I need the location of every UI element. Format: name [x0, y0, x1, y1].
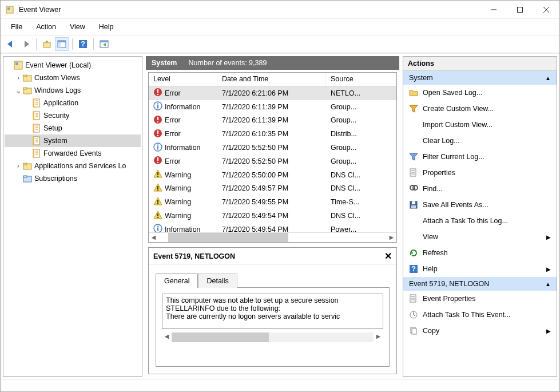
grid-hscroll[interactable]: ◄ ►	[149, 232, 396, 242]
actions-section-system[interactable]: System▲	[403, 71, 557, 85]
tree-label: Windows Logs	[34, 86, 81, 94]
chevron-right-icon[interactable]: ›	[14, 162, 23, 170]
event-row[interactable]: Error7/1/2020 6:11:39 PMGroup...	[149, 114, 396, 128]
scroll-thumb[interactable]	[168, 233, 288, 242]
svg-rect-41	[33, 149, 34, 157]
event-row[interactable]: Warning7/1/2020 5:49:54 PMDNS Cl...	[149, 209, 396, 223]
none-icon	[409, 136, 418, 145]
tree-app-services[interactable]: ›Applications and Services Lo	[5, 160, 141, 172]
event-row[interactable]: Information7/1/2020 6:11:39 PMGroup...	[149, 100, 396, 114]
svg-rect-97	[412, 328, 416, 334]
warning-icon	[153, 197, 162, 208]
action-import-custom-view[interactable]: Import Custom View...	[403, 117, 557, 133]
event-row[interactable]: Information7/1/2020 5:52:50 PMGroup...	[149, 141, 396, 155]
event-row[interactable]: Warning7/1/2020 5:49:55 PMTime-S...	[149, 195, 396, 209]
action-save-all-events-as[interactable]: Save All Events As...	[403, 197, 557, 213]
action-create-custom-view[interactable]: Create Custom View...	[403, 101, 557, 117]
log-icon	[32, 149, 41, 158]
action-refresh[interactable]: Refresh	[403, 245, 557, 261]
action-label: Refresh	[423, 249, 551, 257]
event-row[interactable]: Error7/1/2020 6:10:35 PMDistrib...	[149, 127, 396, 141]
svg-rect-85	[412, 201, 415, 204]
action-filter-current-log[interactable]: Filter Current Log...	[403, 149, 557, 165]
help-button[interactable]: ?	[76, 37, 90, 51]
action-event-properties[interactable]: Event Properties	[403, 291, 557, 307]
event-row[interactable]: Information7/1/2020 5:49:54 PMPower...	[149, 223, 396, 232]
action-label: Find...	[423, 185, 551, 193]
action-help[interactable]: ?Help▶	[403, 261, 557, 277]
col-source[interactable]: Source	[326, 73, 396, 86]
action-view[interactable]: View▶	[403, 229, 557, 245]
minimize-button[interactable]	[480, 1, 507, 18]
action-open-saved-log[interactable]: Open Saved Log...	[403, 85, 557, 101]
log-icon	[32, 124, 41, 133]
error-icon	[153, 88, 162, 98]
grid-body[interactable]: Error7/1/2020 6:21:06 PMNETLO...Informat…	[149, 86, 396, 232]
menu-help[interactable]: Help	[93, 21, 120, 33]
tree-root[interactable]: Event Viewer (Local)	[5, 59, 141, 72]
action-attach-a-task-to-this-log[interactable]: Attach a Task To this Log...	[403, 213, 557, 229]
menu-view[interactable]: View	[64, 21, 91, 33]
menu-file[interactable]: File	[5, 21, 28, 33]
up-button[interactable]	[40, 37, 54, 51]
tree-application[interactable]: Application	[5, 97, 141, 109]
detail-hscroll[interactable]: ◄ ►	[162, 332, 383, 342]
tree-windows-logs[interactable]: ⌄Windows Logs	[5, 84, 141, 97]
action-attach-task-to-this-event[interactable]: Attach Task To This Event...	[403, 307, 557, 323]
action-label: Open Saved Log...	[423, 89, 551, 97]
titlebar: Event Viewer	[1, 1, 559, 19]
tree-label: System	[43, 137, 67, 145]
chevron-up-icon: ▲	[545, 281, 551, 287]
properties-icon	[409, 294, 418, 303]
tree-setup[interactable]: Setup	[5, 122, 141, 134]
close-button[interactable]	[533, 1, 559, 18]
forward-button[interactable]	[19, 37, 33, 51]
col-date[interactable]: Date and Time	[217, 73, 326, 86]
scroll-right-icon[interactable]: ►	[387, 233, 396, 243]
scroll-right-icon[interactable]: ►	[374, 332, 383, 342]
event-row[interactable]: Warning7/1/2020 5:50:00 PMDNS Cl...	[149, 168, 396, 182]
event-row[interactable]: Error7/1/2020 5:52:50 PMGroup...	[149, 155, 396, 168]
detail-close-icon[interactable]: ✕	[384, 251, 392, 262]
maximize-button[interactable]	[507, 1, 533, 18]
event-row[interactable]: Error7/1/2020 6:21:06 PMNETLO...	[149, 86, 396, 100]
action-label: Create Custom View...	[423, 105, 551, 113]
tree-system[interactable]: System	[5, 134, 141, 147]
tree-security[interactable]: Security	[5, 109, 141, 122]
col-level[interactable]: Level	[149, 73, 217, 86]
tab-details[interactable]: Details	[198, 274, 237, 288]
menu-action[interactable]: Action	[30, 21, 62, 33]
svg-rect-3	[518, 7, 523, 12]
action-label: View	[423, 233, 542, 241]
svg-rect-54	[157, 104, 158, 105]
task-icon	[409, 310, 418, 319]
preview-button[interactable]	[97, 37, 111, 51]
cell-date: 7/1/2020 5:49:55 PM	[217, 197, 326, 207]
back-button[interactable]	[4, 37, 18, 51]
svg-text:?: ?	[411, 265, 416, 273]
show-tree-button[interactable]	[55, 37, 69, 51]
tree-subscriptions[interactable]: Subscriptions	[5, 172, 141, 185]
cell-date: 7/1/2020 5:49:54 PM	[217, 211, 326, 221]
svg-rect-46	[23, 163, 27, 165]
action-copy[interactable]: Copy▶	[403, 323, 557, 339]
scroll-left-icon[interactable]: ◄	[162, 332, 172, 342]
chevron-right-icon[interactable]: ›	[14, 74, 23, 82]
tree-custom-views[interactable]: ›Custom Views	[5, 72, 141, 84]
chevron-down-icon[interactable]: ⌄	[14, 86, 23, 95]
detail-message[interactable]: This computer was not able to set up a s…	[162, 294, 383, 329]
action-find[interactable]: Find...	[403, 181, 557, 197]
tree-forwarded-events[interactable]: Forwarded Events	[5, 147, 141, 160]
tab-general[interactable]: General	[156, 274, 198, 288]
event-row[interactable]: Warning7/1/2020 5:49:57 PMDNS Cl...	[149, 182, 396, 196]
none-icon	[409, 120, 418, 129]
action-clear-log[interactable]: Clear Log...	[403, 133, 557, 149]
scroll-thumb[interactable]	[172, 332, 269, 342]
cell-source: Power...	[326, 224, 396, 232]
tree-label: Applications and Services Lo	[34, 162, 126, 170]
cell-date: 7/1/2020 6:11:39 PM	[217, 115, 326, 125]
actions-section-event[interactable]: Event 5719, NETLOGON▲	[403, 277, 557, 291]
cell-source: Distrib...	[326, 129, 396, 139]
action-properties[interactable]: Properties	[403, 165, 557, 181]
scroll-left-icon[interactable]: ◄	[149, 233, 158, 243]
